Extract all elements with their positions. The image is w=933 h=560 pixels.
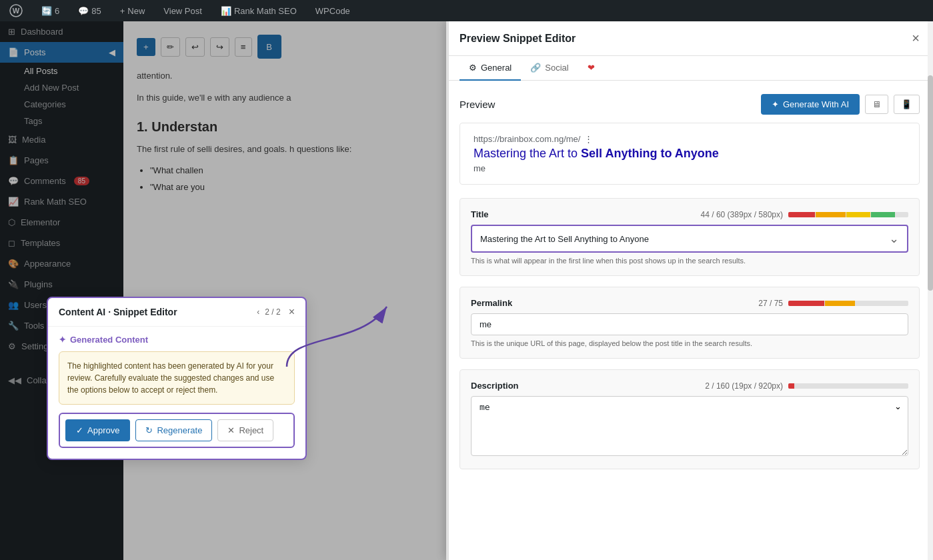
popup-ai-label-row: ✦ Generated Content [48, 327, 305, 345]
updates-item[interactable]: 🔄 6 [37, 0, 63, 21]
general-tab-icon: ⚙ [469, 63, 477, 73]
reject-button[interactable]: ✕ Reject [217, 419, 273, 441]
modal-tabs: ⚙ General 🔗 Social ❤ [446, 56, 933, 81]
generated-content-label: Generated Content [70, 335, 148, 345]
permalink-form-row: Permalink 27 / 75 [471, 298, 908, 308]
rank-math-item[interactable]: 📊 Rank Math SEO [217, 0, 301, 21]
ai-star-icon: ✦ [772, 99, 779, 109]
popup-header: Content AI · Snippet Editor ‹ 2 / 2 × [48, 298, 305, 327]
general-tab-label: General [481, 63, 512, 73]
wpcode-label: WPCode [315, 6, 350, 16]
title-chevron-icon: ⌄ [889, 231, 899, 246]
reject-label: Reject [239, 425, 263, 435]
description-textarea-wrapper: me ⌄ [471, 396, 908, 458]
tab-heart[interactable]: ❤ [578, 56, 604, 81]
popup-message: The highlighted content has been generat… [59, 351, 295, 405]
preview-title[interactable]: Mastering the Art to Sell Anything to An… [474, 147, 906, 161]
popup-close-button[interactable]: × [289, 306, 295, 318]
desktop-icon: 🖥 [872, 99, 881, 109]
title-input-value[interactable]: Mastering the Art to Sell Anything to An… [480, 234, 889, 244]
mobile-icon: 📱 [901, 99, 912, 109]
modal-scrollbar-thumb [928, 75, 933, 291]
modal-title: Preview Snippet Editor [459, 33, 576, 45]
permalink-input[interactable] [471, 313, 908, 335]
social-tab-icon: 🔗 [530, 63, 541, 73]
url-menu-icon: ⋮ [584, 134, 593, 144]
wp-logo-icon: W [9, 4, 23, 17]
approve-label: Approve [87, 425, 119, 435]
permalink-hint: This is the unique URL of this page, dis… [471, 339, 908, 347]
description-meta: 2 / 160 (19px / 920px) [705, 381, 908, 391]
title-meta: 44 / 60 (389px / 580px) [701, 210, 908, 219]
modal-body: Preview ✦ Generate With AI 🖥 📱 h [446, 81, 933, 560]
preview-label: Preview [459, 99, 495, 110]
heart-tab-icon: ❤ [588, 63, 595, 73]
preview-header: Preview ✦ Generate With AI 🖥 📱 [459, 94, 920, 115]
view-post-label: View Post [163, 6, 202, 16]
popup-actions: ✓ Approve ↻ Regenerate ✕ Reject [59, 413, 295, 448]
regenerate-label: Regenerate [157, 425, 202, 435]
permalink-form-section: Permalink 27 / 75 This is the unique URL… [459, 287, 920, 359]
url-text: https://brainbox.com.ng/me/ [474, 134, 580, 144]
preview-url: https://brainbox.com.ng/me/ ⋮ [474, 134, 906, 144]
comments-count: 85 [91, 6, 101, 16]
modal-header: Preview Snippet Editor × [446, 21, 933, 56]
title-progress-bar [788, 212, 908, 217]
modal-close-button[interactable]: × [912, 31, 920, 46]
modal-left-scrollbar [446, 21, 449, 560]
description-form-section: Description 2 / 160 (19px / 920px) me ⌄ [459, 369, 920, 469]
title-form-section: Title 44 / 60 (389px / 580px) Mastering … [459, 198, 920, 276]
updates-icon: 🔄 [41, 6, 52, 16]
updates-count: 6 [55, 6, 59, 16]
rank-math-icon: 📊 [221, 6, 231, 16]
reject-icon: ✕ [227, 425, 235, 435]
preview-actions: ✦ Generate With AI 🖥 📱 [761, 94, 920, 115]
generate-btn-label: Generate With AI [783, 99, 849, 109]
regenerate-icon: ↻ [145, 425, 153, 435]
sparkle-icon: ✦ [59, 335, 66, 345]
rank-math-label: Rank Math SEO [234, 6, 297, 16]
svg-text:W: W [13, 7, 20, 15]
permalink-count: 27 / 75 [758, 299, 783, 308]
nav-prev-icon[interactable]: ‹ [257, 307, 259, 317]
preview-section: Preview ✦ Generate With AI 🖥 📱 h [459, 94, 920, 185]
modal-scrollbar[interactable] [928, 21, 933, 560]
new-item[interactable]: + New [116, 0, 149, 21]
title-input-wrapper: Mastering the Art to Sell Anything to An… [471, 225, 908, 253]
popup-title: Content AI · Snippet Editor [59, 307, 177, 317]
social-tab-label: Social [545, 63, 568, 73]
title-count: 44 / 60 (389px / 580px) [701, 210, 783, 219]
tab-general[interactable]: ⚙ General [459, 56, 521, 81]
approve-button[interactable]: ✓ Approve [65, 419, 130, 441]
view-post-item[interactable]: View Post [159, 0, 206, 21]
preview-snippet-modal: Preview Snippet Editor × ⚙ General 🔗 Soc… [446, 21, 933, 560]
comments-item[interactable]: 💬 85 [74, 0, 105, 21]
approve-check-icon: ✓ [76, 425, 83, 435]
preview-title-plain: Mastering the Art to [474, 147, 581, 160]
plus-icon: + [120, 6, 125, 16]
wp-logo-item[interactable]: W [5, 0, 27, 21]
regenerate-button[interactable]: ↻ Regenerate [135, 419, 212, 441]
content-ai-popup: Content AI · Snippet Editor ‹ 2 / 2 × ✦ … [47, 297, 307, 460]
description-textarea[interactable]: me [471, 396, 908, 456]
title-form-row: Title 44 / 60 (389px / 580px) [471, 209, 908, 219]
description-count: 2 / 160 (19px / 920px) [705, 381, 783, 391]
popup-header-right: ‹ 2 / 2 × [257, 306, 295, 318]
description-form-row: Description 2 / 160 (19px / 920px) [471, 381, 908, 391]
wpcode-item[interactable]: WPCode [311, 0, 354, 21]
preview-title-bold: Sell Anything to Anyone [581, 147, 719, 160]
desktop-preview-button[interactable]: 🖥 [865, 95, 888, 114]
admin-bar: W 🔄 6 💬 85 + New View Post 📊 Rank Math S… [0, 0, 933, 21]
description-progress-bar [788, 383, 908, 389]
preview-box: https://brainbox.com.ng/me/ ⋮ Mastering … [459, 123, 920, 185]
description-chevron-icon: ⌄ [894, 401, 902, 411]
permalink-meta: 27 / 75 [758, 299, 908, 308]
permalink-label: Permalink [471, 298, 512, 308]
tab-social[interactable]: 🔗 Social [521, 56, 578, 81]
mobile-preview-button[interactable]: 📱 [894, 95, 920, 114]
generate-ai-button[interactable]: ✦ Generate With AI [761, 94, 860, 115]
title-hint: This is what will appear in the first li… [471, 257, 908, 265]
comments-icon: 💬 [78, 6, 89, 16]
preview-description: me [474, 163, 906, 173]
new-label: New [127, 6, 145, 16]
